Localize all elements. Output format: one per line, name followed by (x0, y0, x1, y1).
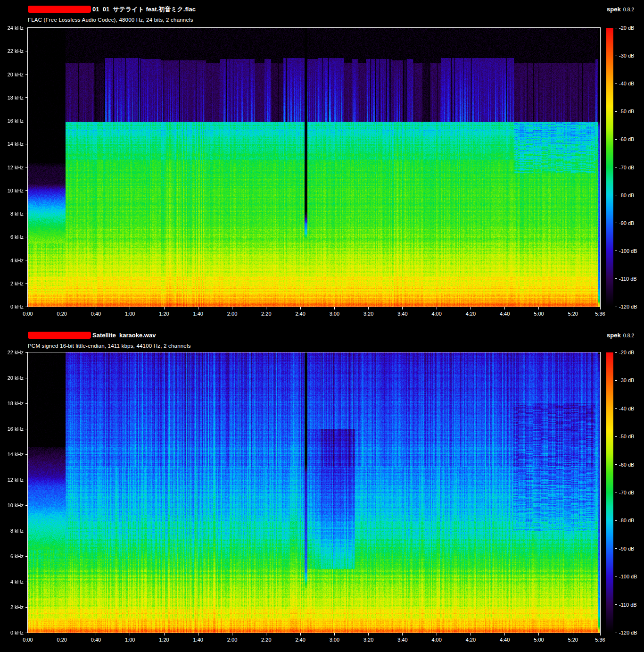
db-tick-label: -20 dB (619, 350, 634, 355)
freq-tick-label: 6 kHz (0, 234, 24, 240)
db-tick-label: -50 dB (619, 109, 634, 114)
freq-tick (25, 352, 27, 353)
legend-colorbar-flac (606, 28, 613, 307)
spectrogram-canvas-wav (28, 352, 600, 633)
freq-tick (25, 454, 27, 455)
app-name: spek (607, 6, 621, 13)
freq-tick (25, 505, 27, 506)
time-tick-label: 5:20 (561, 637, 585, 643)
time-tick-label: 1:00 (118, 637, 142, 643)
freq-tick (25, 633, 27, 633)
db-tick-label: -70 dB (619, 165, 634, 170)
db-tick (615, 604, 617, 605)
db-tick-label: -100 dB (619, 248, 637, 254)
legend-colorbar-wav (606, 352, 613, 633)
db-tick-label: -80 dB (619, 192, 634, 198)
freq-tick-label: 6 kHz (0, 553, 24, 559)
freq-tick (25, 403, 27, 404)
time-tick-label: 2:40 (289, 311, 312, 317)
db-tick-label: -90 dB (619, 220, 634, 226)
freq-tick-label: 18 kHz (0, 401, 24, 406)
time-tick (232, 633, 232, 635)
spek-panel-wav: Satellite_karaoke.wav spek0.8.2 PCM sign… (0, 326, 644, 652)
db-tick (615, 56, 617, 56)
time-tick-label: 5:36 (588, 311, 612, 317)
time-tick-label: 1:40 (186, 637, 210, 643)
freq-tick-label: 16 kHz (0, 118, 24, 124)
time-tick-label: 3:20 (357, 311, 380, 317)
spectrogram-plot-flac (27, 27, 601, 307)
db-tick-label: -60 dB (619, 136, 634, 142)
freq-tick-label: 8 kHz (0, 211, 24, 217)
time-tick (471, 307, 471, 309)
time-tick-label: 4:40 (493, 637, 517, 643)
freq-tick (25, 307, 27, 307)
db-tick (615, 380, 617, 381)
time-tick-label: 0:00 (16, 637, 40, 643)
freq-tick-label: 20 kHz (0, 375, 24, 381)
time-tick-label: 1:20 (152, 637, 176, 643)
window-title: 01_01_サテライト feat.初音ミク.flac (92, 6, 196, 13)
freq-tick-label: 20 kHz (0, 72, 24, 77)
spectrogram-plot-wav (27, 352, 601, 633)
freq-tick-label: 10 kHz (0, 188, 24, 193)
app-name: spek (607, 332, 621, 339)
db-tick-label: -50 dB (619, 434, 634, 439)
freq-tick-label: 12 kHz (0, 165, 24, 170)
time-tick-label: 3:40 (391, 637, 414, 643)
spek-panel-flac: 01_01_サテライト feat.初音ミク.flac spek0.8.2 FLA… (0, 0, 644, 326)
time-tick-label: 0:40 (84, 637, 108, 643)
time-tick-label: 4:20 (459, 637, 482, 643)
filename-text: 01_01_サテライト feat.初音ミク.flac (92, 6, 196, 13)
db-tick (615, 111, 617, 112)
freq-tick-label: 22 kHz (0, 48, 24, 54)
db-tick (615, 195, 617, 195)
freq-tick-label: 14 kHz (0, 451, 24, 457)
time-tick (130, 633, 130, 635)
time-tick (437, 633, 437, 635)
time-tick-label: 5:20 (561, 311, 585, 317)
time-tick-label: 1:20 (152, 311, 176, 317)
time-tick (164, 307, 165, 309)
db-tick (615, 352, 617, 353)
freq-tick-label: 2 kHz (0, 604, 24, 610)
time-tick (28, 307, 28, 309)
time-tick (28, 633, 28, 635)
filename-text: Satellite_karaoke.wav (92, 332, 156, 339)
freq-tick-label: 18 kHz (0, 95, 24, 100)
time-tick-label: 2:00 (221, 637, 244, 643)
time-tick-label: 2:20 (255, 637, 278, 643)
time-tick (334, 633, 335, 635)
freq-tick-label: 16 kHz (0, 426, 24, 432)
freq-tick-label: 4 kHz (0, 579, 24, 585)
freq-tick (25, 378, 27, 378)
freq-tick (25, 74, 27, 75)
freq-tick-label: 24 kHz (0, 25, 24, 31)
db-tick-label: -20 dB (619, 25, 634, 31)
freq-tick (25, 556, 27, 557)
freq-tick (25, 283, 27, 284)
freq-tick (25, 190, 27, 191)
db-tick (615, 520, 617, 521)
db-tick-label: -40 dB (619, 406, 634, 411)
db-tick (615, 278, 617, 279)
freq-tick-label: 12 kHz (0, 477, 24, 483)
time-tick (402, 633, 403, 635)
time-tick (600, 307, 601, 309)
time-tick (334, 307, 335, 309)
db-tick-label: -110 dB (619, 602, 637, 608)
db-tick-label: -80 dB (619, 518, 634, 523)
time-tick (164, 633, 165, 635)
db-tick (615, 464, 617, 465)
freq-tick (25, 531, 27, 531)
time-tick (266, 633, 266, 635)
freq-tick (25, 607, 27, 608)
time-tick-label: 3:20 (357, 637, 380, 643)
time-tick (198, 307, 198, 309)
app-version: 0.8.2 (623, 7, 634, 12)
time-tick (232, 307, 232, 309)
time-tick-label: 4:00 (425, 637, 448, 643)
db-tick-label: -40 dB (619, 81, 634, 86)
freq-tick (25, 167, 27, 167)
time-tick-label: 0:00 (16, 311, 40, 317)
